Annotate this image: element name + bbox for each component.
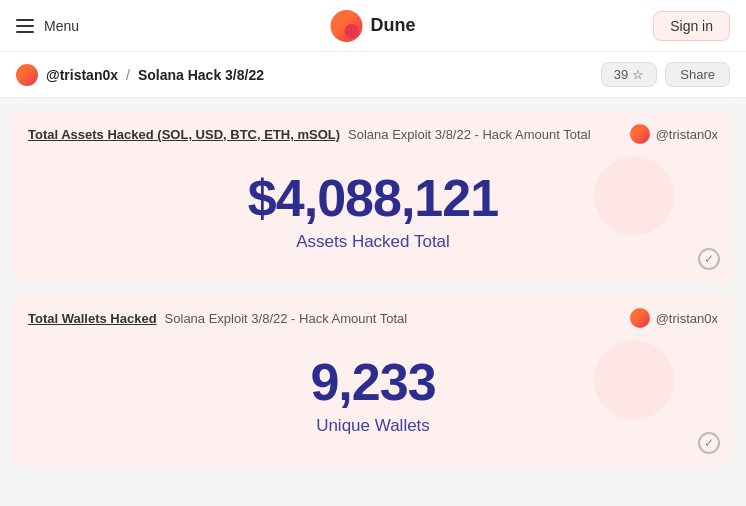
header: Menu Dune Sign in <box>0 0 746 52</box>
breadcrumb-user[interactable]: @tristan0x <box>46 67 118 83</box>
breadcrumb-title: Solana Hack 3/8/22 <box>138 67 264 83</box>
wallets-hacked-card: Total Wallets Hacked Solana Exploit 3/8/… <box>12 294 734 466</box>
card-subtitle-assets: Solana Exploit 3/8/22 - Hack Amount Tota… <box>348 127 591 142</box>
breadcrumb: @tristan0x / Solana Hack 3/8/22 <box>16 64 264 86</box>
card-body-wallets: 9,233 Unique Wallets <box>28 332 718 452</box>
card-author-wallets: @tristan0x <box>630 308 718 328</box>
assets-total-label: Assets Hacked Total <box>296 232 450 252</box>
check-icon-wallets: ✓ <box>698 432 720 454</box>
star-button[interactable]: 39 ☆ <box>601 62 657 87</box>
logo-area[interactable]: Dune <box>331 10 416 42</box>
card-author-assets: @tristan0x <box>630 124 718 144</box>
wallets-total-number: 9,233 <box>310 356 435 408</box>
user-avatar <box>16 64 38 86</box>
card-header-wallets: Total Wallets Hacked Solana Exploit 3/8/… <box>28 308 718 328</box>
menu-label[interactable]: Menu <box>44 18 79 34</box>
breadcrumb-actions: 39 ☆ Share <box>601 62 730 87</box>
logo-icon <box>331 10 363 42</box>
author-avatar-wallets <box>630 308 650 328</box>
share-button[interactable]: Share <box>665 62 730 87</box>
sign-in-button[interactable]: Sign in <box>653 11 730 41</box>
card-header-assets: Total Assets Hacked (SOL, USD, BTC, ETH,… <box>28 124 718 144</box>
menu-icon[interactable] <box>16 19 34 33</box>
check-icon-assets: ✓ <box>698 248 720 270</box>
card-subtitle-wallets: Solana Exploit 3/8/22 - Hack Amount Tota… <box>165 311 408 326</box>
main-content: Total Assets Hacked (SOL, USD, BTC, ETH,… <box>0 98 746 478</box>
assets-hacked-card: Total Assets Hacked (SOL, USD, BTC, ETH,… <box>12 110 734 282</box>
author-name-wallets: @tristan0x <box>656 311 718 326</box>
wallets-total-label: Unique Wallets <box>316 416 430 436</box>
card-title-wallets[interactable]: Total Wallets Hacked <box>28 311 157 326</box>
card-body-assets: $4,088,121 Assets Hacked Total <box>28 148 718 268</box>
star-icon: ☆ <box>632 67 644 82</box>
author-name-assets: @tristan0x <box>656 127 718 142</box>
star-count: 39 <box>614 67 628 82</box>
header-left: Menu <box>16 18 79 34</box>
breadcrumb-bar: @tristan0x / Solana Hack 3/8/22 39 ☆ Sha… <box>0 52 746 98</box>
card-title-assets[interactable]: Total Assets Hacked (SOL, USD, BTC, ETH,… <box>28 127 340 142</box>
breadcrumb-separator: / <box>126 67 130 83</box>
logo-name: Dune <box>371 15 416 36</box>
assets-total-number: $4,088,121 <box>248 172 498 224</box>
author-avatar-assets <box>630 124 650 144</box>
